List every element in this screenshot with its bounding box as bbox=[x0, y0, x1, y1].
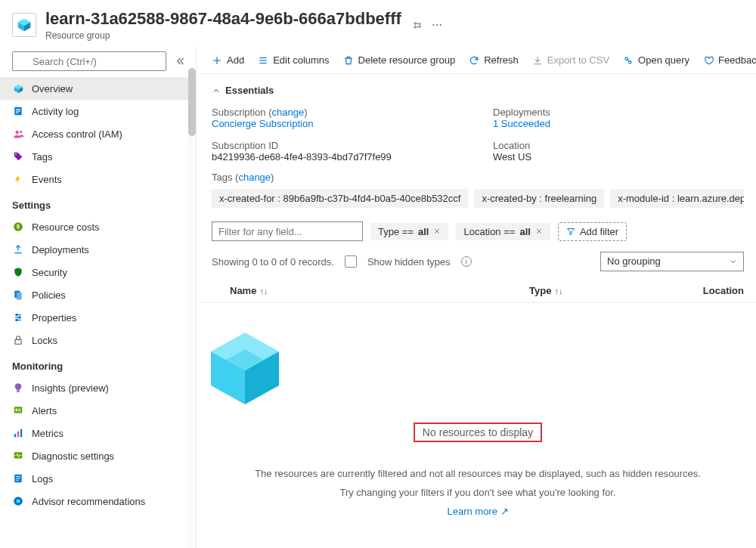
feedback-button[interactable]: Feedback bbox=[703, 54, 756, 66]
column-location[interactable]: Location bbox=[680, 285, 744, 296]
svg-rect-30 bbox=[14, 407, 23, 413]
sidebar-item-security[interactable]: Security bbox=[0, 261, 196, 283]
svg-rect-33 bbox=[18, 410, 21, 411]
records-count: Showing 0 to 0 of 0 records. bbox=[212, 256, 334, 268]
add-filter-label: Add filter bbox=[580, 226, 618, 237]
collapse-sidebar-icon[interactable] bbox=[172, 53, 189, 70]
sidebar-item-insights[interactable]: Insights (preview) bbox=[0, 376, 196, 399]
refresh-icon bbox=[469, 55, 479, 66]
svg-point-26 bbox=[19, 317, 20, 318]
sidebar-item-advisor[interactable]: Advisor recommendations bbox=[0, 490, 196, 512]
sidebar-item-deployments[interactable]: Deployments bbox=[0, 238, 196, 261]
search-input[interactable] bbox=[12, 51, 166, 71]
trash-icon bbox=[343, 55, 354, 66]
sidebar-item-logs[interactable]: Logs bbox=[0, 467, 196, 490]
plus-icon bbox=[212, 55, 222, 66]
close-icon[interactable] bbox=[433, 228, 441, 235]
edit-columns-button[interactable]: Edit columns bbox=[258, 54, 329, 66]
add-button[interactable]: Add bbox=[212, 54, 244, 66]
nav-label: Tags bbox=[32, 151, 52, 163]
add-filter-button[interactable]: Add filter bbox=[558, 222, 627, 241]
tag-icon bbox=[12, 150, 24, 163]
subid-value: b4219936-de68-4fe4-8393-4bd7d7f7fe99 bbox=[212, 151, 463, 163]
more-icon[interactable] bbox=[431, 19, 443, 31]
sidebar-item-activity-log[interactable]: Activity log bbox=[0, 100, 196, 122]
sidebar-item-alerts[interactable]: Alerts bbox=[0, 399, 196, 422]
subscription-link[interactable]: Concierge Subscription bbox=[212, 118, 463, 129]
filter-location-pill[interactable]: Location == all bbox=[456, 223, 550, 240]
tag-pill[interactable]: x-created-by : freelearning bbox=[474, 189, 604, 208]
svg-rect-41 bbox=[16, 480, 19, 481]
svg-rect-40 bbox=[16, 478, 20, 478]
sidebar-item-tags[interactable]: Tags bbox=[0, 145, 196, 168]
close-icon[interactable] bbox=[535, 228, 543, 235]
external-icon: ↗ bbox=[500, 506, 509, 517]
svg-rect-28 bbox=[15, 339, 21, 344]
empty-state: No resources to display The resources ar… bbox=[200, 303, 756, 517]
change-subscription-link[interactable]: change bbox=[272, 107, 305, 118]
svg-rect-12 bbox=[16, 109, 20, 110]
svg-point-25 bbox=[16, 314, 17, 315]
shield-icon bbox=[12, 266, 24, 278]
filter-input[interactable] bbox=[212, 221, 363, 241]
essentials-toggle[interactable]: Essentials bbox=[212, 82, 744, 99]
th-label: Name bbox=[230, 285, 256, 296]
svg-rect-13 bbox=[16, 110, 20, 111]
loc-label: Location bbox=[493, 140, 744, 151]
nav-label: Diagnostic settings bbox=[32, 450, 114, 462]
nav-label: Deployments bbox=[32, 244, 89, 255]
page-title: learn-31a62588-9867-48a4-9e6b-666a7bdbef… bbox=[45, 9, 401, 29]
sidebar-item-costs[interactable]: $ Resource costs bbox=[0, 215, 196, 238]
sidebar-item-overview[interactable]: Overview bbox=[0, 77, 196, 100]
nav-label: Overview bbox=[32, 83, 73, 94]
sidebar-item-iam[interactable]: Access control (IAM) bbox=[0, 122, 196, 145]
svg-point-17 bbox=[15, 153, 17, 155]
scrollbar-thumb[interactable] bbox=[188, 68, 196, 136]
open-query-button[interactable]: Open query bbox=[623, 54, 689, 66]
sidebar: Overview Activity log Access control (IA… bbox=[0, 47, 197, 548]
column-name[interactable]: Name↑↓ bbox=[212, 285, 529, 296]
th-label: Type bbox=[529, 285, 551, 296]
nav-label: Activity log bbox=[32, 106, 79, 117]
column-type[interactable]: Type↑↓ bbox=[529, 285, 680, 296]
main-content: Add Edit columns Delete resource group R… bbox=[197, 47, 756, 548]
nav-label: Properties bbox=[32, 312, 76, 324]
pin-icon[interactable] bbox=[411, 20, 422, 31]
tag-pill[interactable]: x-module-id : learn.azure.deploy-az bbox=[610, 189, 744, 208]
query-icon bbox=[623, 55, 634, 66]
th-label: Location bbox=[703, 285, 744, 296]
tool-label: Edit columns bbox=[273, 54, 329, 66]
field-subscription: Subscription (change) Concierge Subscrip… bbox=[212, 107, 463, 129]
refresh-button[interactable]: Refresh bbox=[469, 54, 519, 66]
tag-pill[interactable]: x-created-for : 89b6a9fb-c37b-4fd4-b0a5-… bbox=[212, 189, 468, 208]
learn-more-link[interactable]: Learn more bbox=[447, 506, 497, 517]
sidebar-item-policies[interactable]: Policies bbox=[0, 283, 196, 306]
sidebar-item-properties[interactable]: Properties bbox=[0, 306, 196, 329]
nav-label: Events bbox=[32, 174, 62, 185]
svg-text:$: $ bbox=[17, 224, 20, 230]
change-tags-link[interactable]: change bbox=[238, 172, 271, 183]
loc-value: West US bbox=[493, 151, 744, 163]
nav-section-settings: Settings bbox=[0, 190, 196, 215]
svg-rect-14 bbox=[16, 113, 19, 113]
lightning-icon bbox=[12, 173, 24, 185]
filter-type-pill[interactable]: Type == all bbox=[370, 223, 448, 240]
show-hidden-checkbox[interactable] bbox=[345, 255, 357, 268]
nav-label: Logs bbox=[32, 473, 53, 485]
delete-rg-button[interactable]: Delete resource group bbox=[343, 54, 456, 66]
sidebar-item-metrics[interactable]: Metrics bbox=[0, 422, 196, 444]
grouping-dropdown[interactable]: No grouping bbox=[600, 252, 744, 271]
sidebar-scrollbar[interactable] bbox=[188, 68, 196, 548]
bulb-icon bbox=[12, 382, 24, 394]
svg-rect-31 bbox=[16, 409, 17, 412]
export-csv-button[interactable]: Export to CSV bbox=[532, 54, 609, 66]
info-icon[interactable]: i bbox=[461, 256, 472, 267]
sidebar-item-locks[interactable]: Locks bbox=[0, 329, 196, 351]
status-row: Showing 0 to 0 of 0 records. Show hidden… bbox=[200, 247, 756, 279]
essentials-label: Essentials bbox=[225, 85, 274, 96]
sidebar-item-events[interactable]: Events bbox=[0, 168, 196, 190]
dep-label: Deployments bbox=[493, 107, 744, 118]
deployments-link[interactable]: 1 Succeeded bbox=[493, 118, 744, 129]
people-icon bbox=[12, 128, 24, 140]
sidebar-item-diagnostic[interactable]: Diagnostic settings bbox=[0, 444, 196, 467]
